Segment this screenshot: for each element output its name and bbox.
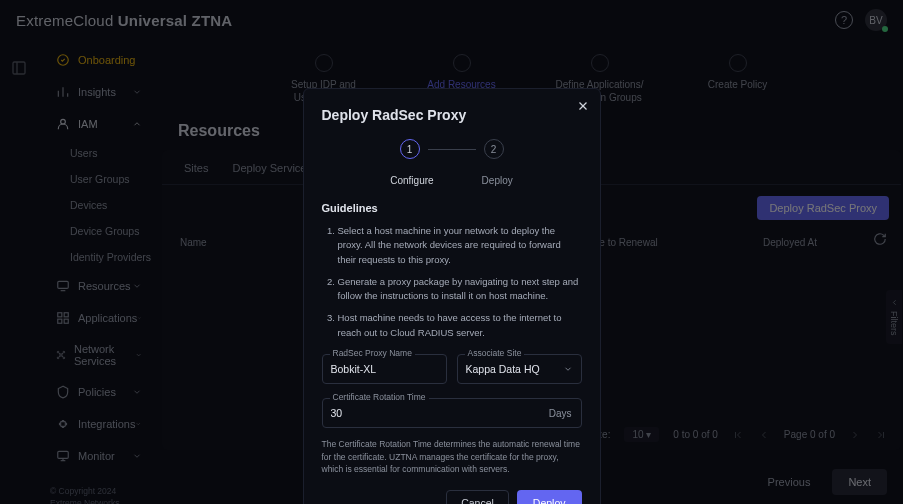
modal-stepper: 1 2 — [322, 139, 582, 159]
step-labels: Configure Deploy — [322, 175, 582, 186]
step-line — [428, 149, 476, 150]
proxy-name-field: RadSec Proxy Name — [322, 354, 447, 384]
modal-overlay[interactable]: Deploy RadSec Proxy 1 2 Configure Deploy… — [0, 0, 903, 504]
deploy-button[interactable]: Deploy — [517, 490, 582, 504]
cancel-button[interactable]: Cancel — [446, 490, 509, 504]
days-suffix: Days — [549, 407, 572, 418]
cert-rotation-input[interactable] — [322, 398, 582, 428]
modal-actions: Cancel Deploy — [322, 490, 582, 504]
step-1-circle: 1 — [400, 139, 420, 159]
deploy-radsec-modal: Deploy RadSec Proxy 1 2 Configure Deploy… — [303, 88, 601, 504]
step-label-deploy: Deploy — [482, 175, 513, 186]
guideline-item: Generate a proxy package by navigating t… — [338, 275, 582, 304]
guideline-item: Select a host machine in your network to… — [338, 224, 582, 267]
associate-site-select[interactable]: Kappa Data HQ — [457, 354, 582, 384]
associate-site-field: Associate Site Kappa Data HQ — [457, 354, 582, 384]
guidelines-list: Select a host machine in your network to… — [322, 224, 582, 340]
associate-site-label: Associate Site — [465, 348, 525, 358]
step-2-circle: 2 — [484, 139, 504, 159]
proxy-name-label: RadSec Proxy Name — [330, 348, 415, 358]
cert-rotation-note: The Certificate Rotation Time determines… — [322, 438, 582, 476]
modal-title: Deploy RadSec Proxy — [322, 107, 582, 123]
associate-site-value: Kappa Data HQ — [466, 363, 540, 375]
close-icon[interactable] — [576, 99, 590, 113]
step-label-configure: Configure — [390, 175, 433, 186]
cert-rotation-field: Certificate Rotation Time Days — [322, 398, 582, 428]
proxy-name-input[interactable] — [322, 354, 447, 384]
guidelines-title: Guidelines — [322, 202, 582, 214]
cert-rotation-label: Certificate Rotation Time — [330, 392, 429, 402]
chevron-down-icon — [563, 364, 573, 374]
guideline-item: Host machine needs to have access to the… — [338, 311, 582, 340]
